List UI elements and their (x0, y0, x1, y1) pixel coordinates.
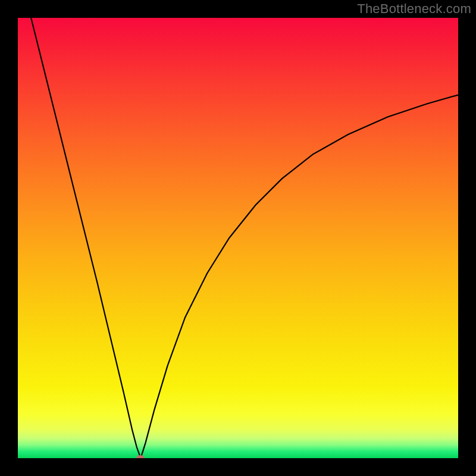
attribution-text: TheBottleneck.com (357, 1, 471, 17)
line-chart-svg (18, 18, 458, 458)
plot-area (18, 18, 458, 458)
chart-frame: TheBottleneck.com (0, 0, 476, 476)
minimum-marker (136, 455, 145, 458)
bottleneck-curve (31, 18, 458, 458)
